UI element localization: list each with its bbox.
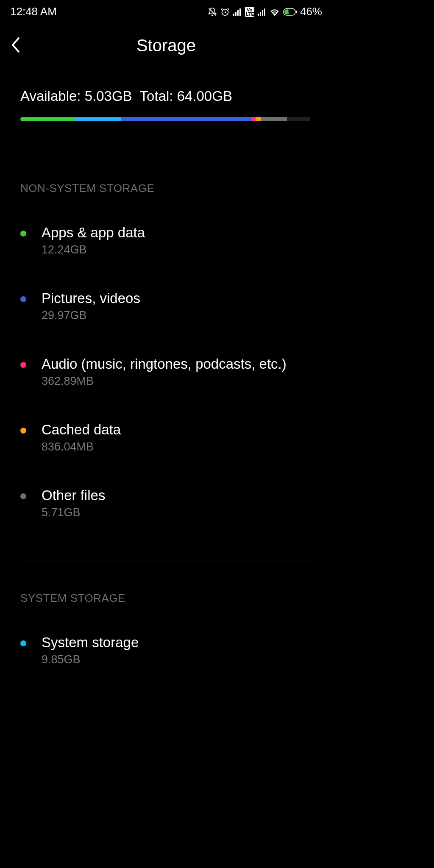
nonsystem-list: Apps & app data12.24GBPictures, videos29… (0, 195, 332, 536)
total-value: 64.00GB (177, 88, 232, 104)
color-dot-icon (20, 231, 26, 236)
summary-text: Available: 5.03GB Total: 64.00GB (20, 88, 312, 104)
svg-rect-7 (260, 12, 261, 16)
status-indicators: VoLTE 46% (208, 5, 322, 18)
usage-segment (76, 117, 121, 121)
list-item[interactable]: Other files5.71GB (20, 470, 312, 536)
signal2-icon (258, 8, 266, 16)
wifi-icon (270, 8, 280, 16)
svg-rect-2 (233, 14, 234, 16)
storage-summary: Available: 5.03GB Total: 64.00GB (0, 64, 332, 126)
usage-segment (261, 117, 287, 121)
status-time: 12:48 AM (10, 5, 57, 18)
list-item-title: Cached data (42, 422, 312, 438)
list-item-text: Cached data836.04MB (42, 422, 312, 453)
back-button[interactable] (10, 36, 22, 56)
list-item-size: 5.71GB (42, 506, 312, 519)
usage-segment (20, 117, 76, 121)
list-item[interactable]: Apps & app data12.24GB (20, 208, 312, 273)
usage-segment (121, 117, 251, 121)
svg-rect-3 (235, 12, 236, 16)
list-item-text: Audio (music, ringtones, podcasts, etc.)… (42, 356, 312, 388)
list-item-size: 29.97GB (42, 309, 312, 322)
svg-rect-6 (258, 14, 259, 16)
available-label: Available: (20, 88, 81, 104)
list-item-size: 12.24GB (42, 243, 312, 256)
list-item-text: Other files5.71GB (42, 487, 312, 519)
list-item-size: 836.04MB (42, 440, 312, 453)
usage-segment (287, 117, 310, 121)
svg-rect-13 (296, 11, 297, 13)
list-item-text: System storage9.85GB (42, 634, 312, 663)
list-item-title: System storage (42, 634, 312, 651)
svg-rect-4 (237, 10, 239, 16)
list-item-title: Apps & app data (42, 225, 312, 241)
svg-rect-9 (264, 8, 265, 16)
app-header: Storage (0, 22, 332, 64)
list-item-text: Apps & app data12.24GB (42, 225, 312, 256)
list-item-title: Other files (42, 487, 312, 504)
svg-point-10 (274, 14, 275, 15)
total-label: Total: (140, 88, 173, 104)
available-value: 5.03GB (85, 88, 132, 104)
battery-percent: 46% (300, 5, 322, 18)
section-label-system: SYSTEM STORAGE (0, 562, 332, 605)
list-item-title: Pictures, videos (42, 290, 312, 306)
battery-indicator: 46% (283, 5, 322, 18)
usage-segment (256, 117, 262, 121)
dnd-icon (208, 7, 217, 17)
system-list: System storage9.85GB (0, 605, 332, 663)
svg-rect-5 (239, 8, 241, 16)
list-item-size: 9.85GB (42, 653, 312, 663)
section-label-nonsystem: NON-SYSTEM STORAGE (0, 152, 332, 195)
color-dot-icon (20, 362, 26, 368)
color-dot-icon (20, 493, 26, 499)
color-dot-icon (20, 296, 26, 302)
svg-rect-8 (262, 10, 263, 16)
signal-icon (233, 8, 242, 16)
volte-icon: VoLTE (245, 7, 254, 17)
list-item[interactable]: Cached data836.04MB (20, 405, 312, 470)
chevron-left-icon (10, 36, 22, 54)
list-item[interactable]: Audio (music, ringtones, podcasts, etc.)… (20, 339, 312, 405)
list-item[interactable]: System storage9.85GB (20, 618, 312, 663)
usage-bar (20, 117, 312, 121)
battery-icon (283, 8, 298, 16)
usage-segment (251, 117, 255, 121)
list-item[interactable]: Pictures, videos29.97GB (20, 273, 312, 339)
color-dot-icon (20, 640, 26, 646)
list-item-title: Audio (music, ringtones, podcasts, etc.) (42, 356, 312, 372)
alarm-icon (220, 7, 230, 17)
page-title: Storage (10, 36, 322, 55)
list-item-size: 362.89MB (42, 375, 312, 388)
status-bar: 12:48 AM VoLTE 46% (0, 0, 332, 22)
color-dot-icon (20, 428, 26, 434)
list-item-text: Pictures, videos29.97GB (42, 290, 312, 322)
